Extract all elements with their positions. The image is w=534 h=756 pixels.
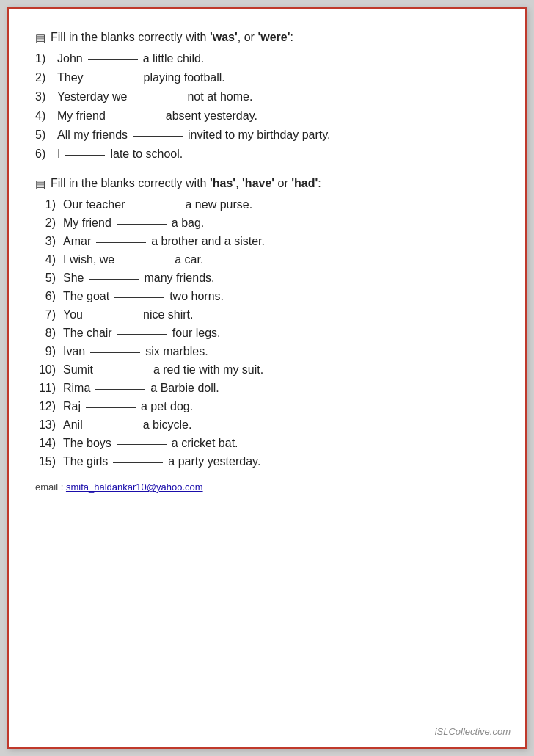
blank-field[interactable] — [117, 334, 167, 335]
section2-title: ▤ Fill in the blanks correctly with 'has… — [35, 177, 499, 191]
blank-field[interactable] — [96, 242, 146, 243]
list-item: 2) They playing football. — [35, 71, 499, 84]
watermark: iSLCollective.com — [435, 726, 511, 737]
list-item: 11) Rima a Barbie doll. — [35, 382, 499, 395]
list-item: 15) The girls a party yesterday. — [35, 455, 499, 468]
footer: email : smita_haldankar10@yahoo.com — [35, 481, 499, 493]
blank-field[interactable] — [117, 224, 167, 225]
section1-title-text: Fill in the blanks correctly with 'was',… — [51, 31, 293, 44]
list-item: 8) The chair four legs. — [35, 327, 499, 340]
section1-title: ▤ Fill in the blanks correctly with 'was… — [35, 31, 499, 45]
blank-field[interactable] — [114, 297, 164, 298]
blank-field[interactable] — [130, 206, 180, 206]
blank-field[interactable] — [95, 389, 145, 390]
footer-label: email : — [35, 481, 63, 493]
blank-field[interactable] — [88, 59, 138, 60]
list-item: 14) The boys a cricket bat. — [35, 437, 499, 450]
list-item: 5) She many friends. — [35, 272, 499, 285]
list-item: 13) Anil a bicycle. — [35, 418, 499, 432]
blank-field[interactable] — [89, 279, 139, 280]
list-item: 1) John a little child. — [35, 52, 499, 65]
blank-field[interactable] — [120, 261, 169, 261]
list-item: 12) Raj a pet dog. — [35, 400, 499, 413]
list-item: 10) Sumit a red tie with my suit. — [35, 363, 499, 377]
section2-list: 1) Our teacher a new purse. 2) My friend… — [35, 198, 499, 468]
section2-title-text: Fill in the blanks correctly with 'has',… — [51, 177, 321, 190]
list-item: 7) You nice shirt. — [35, 308, 499, 321]
list-item: 4) I wish, we a car. — [35, 253, 499, 266]
blank-field[interactable] — [98, 371, 148, 371]
list-item: 6) The goat two horns. — [35, 290, 499, 303]
section2-icon: ▤ — [35, 178, 45, 191]
worksheet-page: ▤ Fill in the blanks correctly with 'was… — [7, 7, 527, 749]
list-item: 4) My friend absent yesterday. — [35, 109, 499, 123]
list-item: 6) I late to school. — [35, 148, 499, 161]
section1-icon: ▤ — [35, 32, 45, 45]
blank-field[interactable] — [132, 98, 182, 98]
list-item: 3) Amar a brother and a sister. — [35, 235, 499, 248]
blank-field[interactable] — [89, 79, 139, 79]
blank-field[interactable] — [88, 316, 138, 316]
footer-email[interactable]: smita_haldankar10@yahoo.com — [66, 481, 203, 493]
list-item: 2) My friend a bag. — [35, 217, 499, 230]
list-item: 9) Ivan six marbles. — [35, 345, 499, 358]
list-item: 3) Yesterday we not at home. — [35, 90, 499, 103]
list-item: 1) Our teacher a new purse. — [35, 198, 499, 211]
blank-field[interactable] — [111, 117, 161, 117]
blank-field[interactable] — [133, 136, 183, 137]
blank-field[interactable] — [86, 407, 136, 408]
blank-field[interactable] — [117, 444, 167, 445]
blank-field[interactable] — [90, 352, 140, 353]
list-item: 5) All my friends invited to my birthday… — [35, 128, 499, 142]
blank-field[interactable] — [88, 426, 138, 426]
blank-field[interactable] — [113, 462, 163, 463]
blank-field[interactable] — [65, 155, 105, 156]
section1-list: 1) John a little child. 2) They playing … — [35, 52, 499, 161]
